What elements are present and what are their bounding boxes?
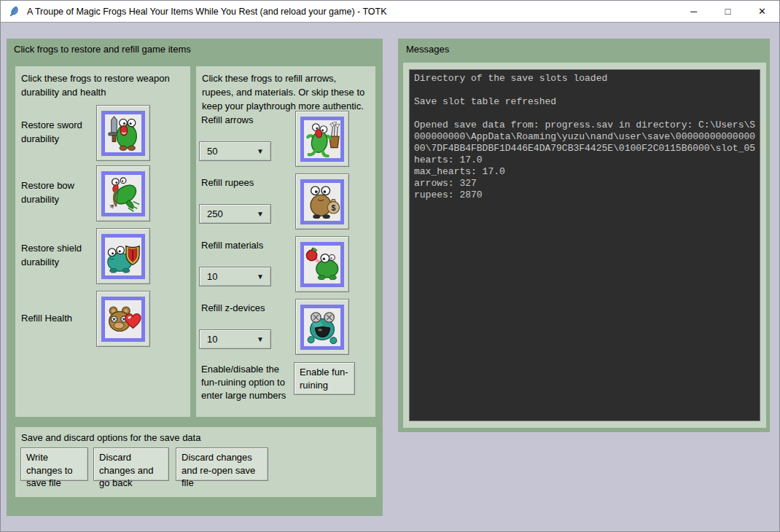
frogs-panel-title: Click frogs to restore and refill game i…: [14, 44, 191, 55]
refill-arrows-label: Refill arrows: [201, 114, 254, 125]
restore-shield-button[interactable]: [96, 228, 150, 284]
refill-materials-label: Refill materials: [201, 240, 263, 251]
refill-rupees-select[interactable]: 250 ▼: [199, 204, 271, 224]
restore-shield-label: Restore shield durability: [21, 242, 90, 270]
dropdown-arrow-icon: ▼: [257, 147, 264, 155]
write-changes-button[interactable]: Write changes to save file: [20, 447, 88, 481]
rupee-frog-icon: $: [300, 179, 344, 224]
save-section-header: Save and discard options for the save da…: [21, 431, 200, 445]
refill-zdevices-value: 10: [207, 334, 257, 345]
arrow-frog-icon: [300, 117, 344, 162]
zdevice-frog-icon: [300, 305, 344, 350]
refill-arrows-button[interactable]: [295, 111, 349, 167]
messages-console[interactable]: Directory of the save slots loaded Save …: [409, 69, 760, 421]
sword-frog-icon: [101, 111, 145, 156]
refill-section-header: Click these frogs to refill arrows, rupe…: [202, 72, 368, 114]
console-frame: Directory of the save slots loaded Save …: [403, 63, 766, 428]
refill-health-button[interactable]: [96, 291, 150, 347]
material-frog-icon: [300, 242, 344, 287]
discard-changes-button[interactable]: Discard changes and go back: [93, 447, 169, 481]
health-bear-icon: [101, 297, 145, 342]
restore-bow-label: Restore bow durability: [21, 179, 90, 207]
refill-zdevices-button[interactable]: [295, 299, 349, 355]
enable-fun-ruining-button[interactable]: Enable fun-ruining: [294, 362, 355, 395]
window-title: A Troupe of Magic Frogs Heal Your Items …: [27, 7, 387, 17]
restore-shield-row: Restore shield durability: [21, 228, 184, 283]
window-controls: ─ □ ✕: [676, 1, 779, 22]
refill-arrows-select[interactable]: 50 ▼: [199, 141, 271, 161]
refill-health-label: Refill Health: [21, 312, 90, 326]
shield-frog-icon: [101, 234, 145, 279]
dropdown-arrow-icon: ▼: [257, 210, 264, 218]
refill-materials-value: 10: [207, 271, 257, 282]
refill-zdevices-label: Refill z-devices: [201, 302, 265, 313]
discard-and-reopen-button[interactable]: Discard changes and re-open save file: [176, 447, 268, 481]
messages-panel-title: Messages: [406, 44, 449, 55]
dropdown-arrow-icon: ▼: [257, 273, 264, 281]
refill-arrows-value: 50: [207, 146, 257, 157]
restore-section-header: Click these frogs to restore weapon dura…: [21, 72, 174, 100]
refill-rupees-label: Refill rupees: [201, 177, 254, 188]
restore-sword-label: Restore sword durability: [21, 119, 90, 146]
refill-section: Click these frogs to refill arrows, rupe…: [196, 66, 375, 417]
fun-ruining-description: Enable/disable the fun-ruining option to…: [201, 363, 295, 402]
refill-materials-select[interactable]: 10 ▼: [199, 267, 271, 286]
frogs-panel: Click frogs to restore and refill game i…: [7, 39, 383, 516]
close-button[interactable]: ✕: [745, 1, 779, 22]
refill-rupees-value: 250: [207, 208, 257, 219]
restore-bow-button[interactable]: [96, 165, 150, 222]
dropdown-arrow-icon: ▼: [257, 335, 264, 343]
maximize-button[interactable]: □: [711, 1, 745, 22]
messages-panel: Messages Directory of the save slots loa…: [398, 39, 770, 432]
titlebar: A Troupe of Magic Frogs Heal Your Items …: [1, 1, 779, 23]
restore-section: Click these frogs to restore weapon dura…: [15, 66, 190, 417]
python-feather-icon: [9, 6, 20, 17]
refill-health-row: Refill Health: [21, 291, 184, 346]
restore-bow-row: Restore bow durability: [21, 165, 184, 221]
bow-frog-icon: [101, 171, 145, 216]
minimize-button[interactable]: ─: [676, 1, 711, 22]
app-window: A Troupe of Magic Frogs Heal Your Items …: [0, 0, 780, 532]
svg-text:$: $: [331, 203, 335, 211]
refill-zdevices-select[interactable]: 10 ▼: [199, 329, 271, 349]
refill-materials-button[interactable]: [295, 236, 349, 292]
restore-sword-row: Restore sword durability: [21, 105, 184, 160]
refill-rupees-button[interactable]: $: [295, 173, 349, 230]
restore-sword-button[interactable]: [96, 105, 150, 161]
save-section: Save and discard options for the save da…: [15, 427, 376, 497]
